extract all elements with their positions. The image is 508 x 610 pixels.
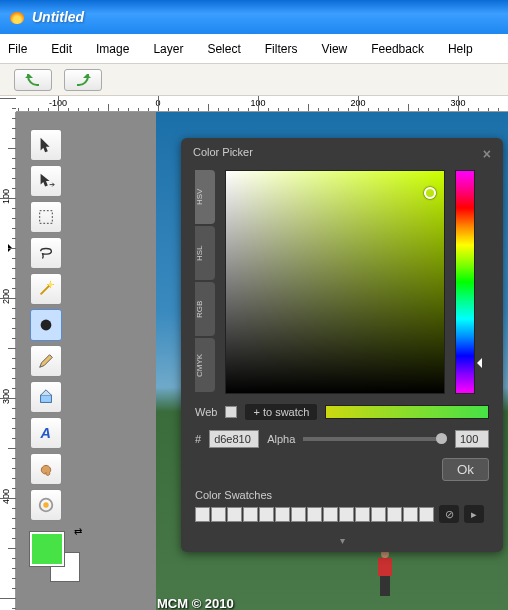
menu-file[interactable]: File: [8, 42, 27, 56]
alpha-input[interactable]: [455, 430, 489, 448]
tool-wand[interactable]: [30, 273, 62, 305]
hex-prefix: #: [195, 433, 201, 445]
tool-pencil[interactable]: [30, 345, 62, 377]
swatch-slot[interactable]: [243, 507, 258, 522]
workspace: 100200300400 MCM © 2010 A ⇄ Color Picker…: [0, 112, 508, 610]
swatches-list: ⊘▸: [195, 505, 489, 523]
hex-input[interactable]: [209, 430, 259, 448]
svg-point-2: [41, 320, 52, 331]
svg-point-1: [49, 283, 53, 287]
tool-lasso[interactable]: [30, 237, 62, 269]
menu-edit[interactable]: Edit: [51, 42, 72, 56]
svg-point-6: [43, 502, 48, 507]
ok-button[interactable]: Ok: [442, 458, 489, 481]
undo-icon: [27, 74, 39, 86]
canvas-figure: [376, 550, 394, 600]
svg-rect-0: [40, 211, 53, 224]
tab-rgb[interactable]: RGB: [195, 282, 215, 336]
web-safe-checkbox[interactable]: [225, 406, 237, 418]
smudge-icon: [37, 460, 55, 478]
swatch-slot[interactable]: [275, 507, 290, 522]
menu-layer[interactable]: Layer: [153, 42, 183, 56]
swatch-slot[interactable]: [323, 507, 338, 522]
title-bar: Untitled: [0, 0, 508, 34]
menu-feedback[interactable]: Feedback: [371, 42, 424, 56]
text-icon: A: [37, 424, 55, 442]
app-icon: [9, 9, 24, 24]
canvas-copyright: MCM © 2010: [156, 595, 235, 610]
swatch-slot[interactable]: [387, 507, 402, 522]
ruler-horizontal: -1000100200300: [16, 96, 508, 112]
swatch-slot[interactable]: [211, 507, 226, 522]
picker-title: Color Picker: [193, 146, 253, 162]
svg-text:A: A: [40, 425, 51, 441]
foreground-color-swatch[interactable]: [30, 532, 64, 566]
tool-smudge[interactable]: [30, 453, 62, 485]
color-preview: [325, 405, 489, 419]
alpha-label: Alpha: [267, 433, 295, 445]
tool-pointer[interactable]: [30, 129, 62, 161]
toolbar: [0, 64, 508, 96]
menu-image[interactable]: Image: [96, 42, 129, 56]
wand-icon: [37, 280, 55, 298]
lasso-icon: [37, 244, 55, 262]
svg-rect-3: [41, 395, 52, 402]
picker-resize-handle[interactable]: ▾: [181, 531, 503, 552]
tool-marquee[interactable]: [30, 201, 62, 233]
tool-brush[interactable]: [30, 309, 62, 341]
color-swatch-selector[interactable]: ⇄: [30, 532, 80, 582]
canvas-area[interactable]: MCM © 2010 A ⇄ Color Picker × HSV HSL RG…: [16, 112, 508, 610]
saturation-value-field[interactable]: [225, 170, 445, 394]
clear-swatches-button[interactable]: ⊘: [439, 505, 459, 523]
menu-bar: File Edit Image Layer Select Filters Vie…: [0, 34, 508, 64]
swatch-slot[interactable]: [339, 507, 354, 522]
menu-select[interactable]: Select: [207, 42, 240, 56]
menu-filters[interactable]: Filters: [265, 42, 298, 56]
sv-cursor[interactable]: [424, 187, 436, 199]
picker-icon: [37, 496, 55, 514]
redo-button[interactable]: [64, 69, 102, 91]
hue-slider[interactable]: [455, 170, 475, 394]
menu-help[interactable]: Help: [448, 42, 473, 56]
tool-move[interactable]: [30, 165, 62, 197]
tab-hsv[interactable]: HSV: [195, 170, 215, 224]
swatch-slot[interactable]: [371, 507, 386, 522]
pointer-icon: [37, 136, 55, 154]
tab-cmyk[interactable]: CMYK: [195, 338, 215, 392]
close-icon[interactable]: ×: [483, 146, 491, 162]
toolbox: A: [30, 129, 68, 521]
redo-icon: [77, 74, 89, 86]
swatch-slot[interactable]: [403, 507, 418, 522]
next-swatches-button[interactable]: ▸: [464, 505, 484, 523]
color-mode-tabs: HSV HSL RGB CMYK: [195, 170, 215, 394]
hue-cursor[interactable]: [472, 358, 482, 368]
swatch-slot[interactable]: [291, 507, 306, 522]
tool-picker[interactable]: [30, 489, 62, 521]
tool-text[interactable]: A: [30, 417, 62, 449]
swatch-slot[interactable]: [307, 507, 322, 522]
swatch-slot[interactable]: [355, 507, 370, 522]
swatch-slot[interactable]: [195, 507, 210, 522]
color-picker-dialog: Color Picker × HSV HSL RGB CMYK: [181, 138, 503, 552]
menu-view[interactable]: View: [321, 42, 347, 56]
web-label: Web: [195, 406, 217, 418]
window-title: Untitled: [32, 9, 84, 25]
ruler-vertical: 100200300400: [0, 112, 16, 610]
swatch-slot[interactable]: [227, 507, 242, 522]
tool-fill[interactable]: [30, 381, 62, 413]
alpha-thumb[interactable]: [436, 433, 447, 444]
alpha-slider[interactable]: [303, 437, 447, 441]
swap-colors-icon[interactable]: ⇄: [74, 526, 82, 537]
swatches-label: Color Swatches: [195, 489, 489, 501]
add-to-swatch-button[interactable]: + to swatch: [245, 404, 317, 420]
marquee-icon: [37, 208, 55, 226]
pencil-icon: [37, 352, 55, 370]
move-icon: [37, 172, 55, 190]
swatch-slot[interactable]: [419, 507, 434, 522]
tab-hsl[interactable]: HSL: [195, 226, 215, 280]
brush-icon: [37, 316, 55, 334]
swatch-slot[interactable]: [259, 507, 274, 522]
fill-icon: [37, 388, 55, 406]
undo-button[interactable]: [14, 69, 52, 91]
